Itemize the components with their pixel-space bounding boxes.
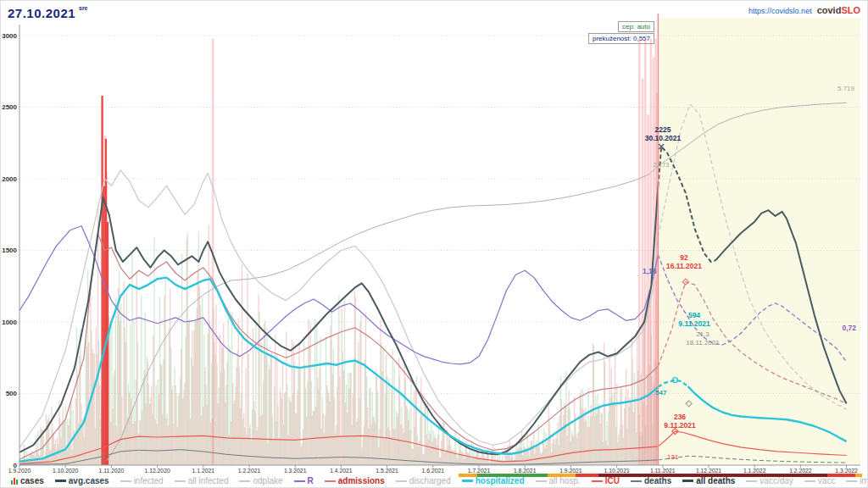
- x-axis-tick: 1.4.2021: [330, 468, 353, 474]
- chart-annotation: 0,72: [842, 324, 856, 332]
- legend-item-label: all infected: [188, 476, 229, 485]
- legend-item-label: infected: [134, 476, 164, 485]
- legend-item-label: ICU: [605, 476, 620, 485]
- covidslo-dashboard: 27.10.2021 sre https://covidslo.netcovid…: [0, 0, 868, 488]
- series-line-icon: [325, 480, 336, 482]
- series-line-icon: [804, 480, 815, 482]
- legend-item-r[interactable]: R: [294, 476, 314, 485]
- legend-item-odplake[interactable]: odplake: [239, 476, 282, 485]
- chart-annotation: 30.10.2021: [645, 134, 682, 142]
- x-axis-tick: 1.12.2021: [696, 468, 721, 474]
- chart-annotation: 594: [688, 311, 700, 319]
- legend-item-label: vacc: [818, 476, 836, 485]
- x-axis-tick: 1.10.2021: [604, 468, 629, 474]
- series-line-icon: [846, 480, 857, 482]
- chart-canvas[interactable]: 0500100015002000250030001.9.20201.10.202…: [1, 1, 868, 488]
- legend-item-avg-cases[interactable]: avg.cases: [55, 476, 109, 485]
- legend-item-label: avg.cases: [69, 476, 109, 485]
- chart-annotation: 92: [680, 253, 688, 262]
- y-axis-tick: 3000: [2, 32, 17, 40]
- chart-annotation: 547: [655, 389, 667, 396]
- legend-item-label: R: [308, 476, 314, 485]
- legend-item-label: vacc/day: [760, 476, 793, 485]
- chart-annotation: 18.11.2021: [686, 339, 720, 347]
- legend-item-label: hospitalized: [476, 476, 525, 485]
- chart-annotation: 2225: [655, 125, 671, 134]
- legend-item-all-hosp-[interactable]: all hosp.: [536, 476, 581, 485]
- x-axis-tick: 1.1.2022: [743, 468, 766, 474]
- legend-item-label: admissions: [338, 476, 385, 485]
- legend-item-icu[interactable]: ICU: [592, 476, 620, 485]
- y-axis-tick: 500: [6, 390, 18, 397]
- series-line-icon: [536, 480, 547, 482]
- chart-annotation: 9.11.2021: [664, 421, 696, 430]
- y-axis-tick: 1500: [2, 247, 17, 254]
- series-line-icon: [396, 480, 407, 482]
- y-axis-tick: 2000: [2, 175, 17, 183]
- x-axis-tick: 1.8.2021: [514, 468, 537, 474]
- chart-annotation: 2.173: [654, 161, 670, 169]
- x-axis-tick: 1.2.2021: [238, 468, 261, 474]
- x-axis-tick: 1.1.2021: [192, 468, 215, 474]
- legend-item-label: all hosp.: [549, 476, 581, 485]
- series-line-icon: [120, 480, 131, 482]
- chart-annotation: 5.719: [837, 85, 855, 92]
- y-axis-tick: 1000: [2, 319, 17, 326]
- x-axis-tick: 1.3.2021: [284, 468, 307, 474]
- x-axis-tick: 1.9.2020: [8, 468, 31, 474]
- legend-item-hospitalized[interactable]: hospitalized: [462, 476, 525, 485]
- chart-annotation: 236: [674, 413, 686, 421]
- legend-item-label: immune: [860, 476, 868, 485]
- x-axis-tick: 1.2.2022: [789, 468, 812, 474]
- series-line-icon: [682, 480, 693, 482]
- legend-item-label: cases: [20, 476, 44, 485]
- series-line-icon: [462, 480, 473, 482]
- x-axis-tick: 1.12.2020: [144, 468, 170, 474]
- x-axis-tick: 1.6.2021: [422, 468, 445, 474]
- legend-item-label: odplake: [253, 476, 282, 485]
- chart-annotation: 16.11.2021: [666, 262, 702, 270]
- x-axis-tick: 1.5.2021: [376, 468, 398, 474]
- x-axis-tick: 1.11.2021: [650, 468, 676, 474]
- chart-annotation: 1,16: [643, 267, 657, 275]
- chart-annotation: 21,3: [696, 330, 709, 338]
- x-axis-tick: 1.10.2020: [53, 468, 78, 474]
- legend-item-vacc-day[interactable]: vacc/day: [746, 476, 793, 485]
- series-line-icon: [746, 480, 757, 482]
- series-line-icon: [294, 480, 305, 482]
- legend-item-vacc[interactable]: vacc: [804, 476, 836, 485]
- series-line-icon: [239, 480, 250, 482]
- chart-annotation: 131: [667, 453, 679, 461]
- x-axis-tick: 1.3.2022: [835, 468, 858, 474]
- legend-item-label: deaths: [644, 476, 671, 485]
- x-axis-tick: 1.11.2020: [99, 468, 125, 474]
- legend-item-all-deaths[interactable]: all deaths: [682, 476, 735, 485]
- legend-item-label: all deaths: [696, 476, 735, 485]
- x-axis-tick: 1.7.2021: [468, 468, 491, 474]
- legend-item-infected[interactable]: infected: [120, 476, 164, 485]
- legend-item-deaths[interactable]: deaths: [631, 476, 671, 485]
- legend-item-all-infected[interactable]: all infected: [175, 476, 229, 485]
- legend-item-immune[interactable]: immune: [846, 476, 868, 485]
- forecast-region: [658, 18, 860, 465]
- series-line-icon: [631, 480, 642, 482]
- legend-item-admissions[interactable]: admissions: [325, 476, 385, 485]
- chart-annotation: 9.11.2021: [678, 319, 710, 328]
- x-axis-tick: 1.9.2021: [559, 468, 582, 474]
- cases-bars-icon: [11, 478, 18, 485]
- legend-item-discharged[interactable]: discharged: [396, 476, 451, 485]
- series-line-icon: [55, 480, 66, 482]
- series-legend: casesavg.casesinfectedall infectedodplak…: [11, 475, 868, 486]
- y-axis-tick: 2500: [2, 103, 17, 111]
- series-line-icon: [175, 480, 186, 482]
- legend-item-cases[interactable]: cases: [11, 476, 44, 485]
- legend-item-label: discharged: [409, 476, 451, 485]
- series-line-icon: [592, 480, 603, 482]
